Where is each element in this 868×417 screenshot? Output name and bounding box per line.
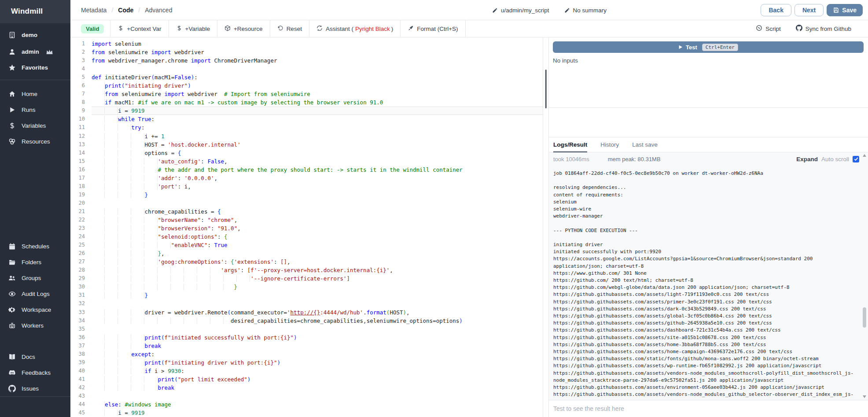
log-line: resolving dependencies...	[553, 184, 864, 191]
auto-scroll-checkbox[interactable]	[853, 156, 859, 162]
line-number: 18	[70, 182, 85, 191]
line-number: 36	[70, 333, 85, 342]
toolbar-link-label: Script	[765, 26, 781, 32]
line-number: 24	[70, 232, 85, 241]
line-number: 31	[70, 291, 85, 299]
sidebar-item-workers[interactable]: Workers	[0, 317, 70, 333]
windmill-logo[interactable]: Windmill	[0, 0, 70, 23]
code-line: 32	[70, 299, 543, 308]
expand-link[interactable]: Expand	[796, 156, 818, 162]
code-line: 19 }	[70, 191, 543, 199]
pencil-icon	[492, 7, 498, 13]
scrollbar-thumb[interactable]	[863, 307, 866, 328]
resource-button[interactable]: +Resource	[217, 20, 270, 37]
sidebar-item-favorites[interactable]: Favorites	[0, 61, 70, 74]
code-line-content	[92, 325, 543, 333]
code-line: 5def initiateDriver(macM1=False):	[70, 73, 543, 81]
tab-last-save[interactable]: Last save	[632, 137, 658, 152]
line-number: 29	[70, 274, 85, 283]
code-line: 24 "selenoid:options": {	[70, 232, 543, 241]
log-line: application/json; charset=utf-8	[553, 263, 864, 270]
save-button[interactable]: Save	[827, 4, 863, 16]
test-button[interactable]: Test Ctrl+Enter	[553, 41, 864, 53]
log-line: https://github.githubassets.com/assets/g…	[553, 313, 864, 320]
log-line: selenium	[553, 199, 864, 206]
line-number: 9	[70, 107, 85, 115]
line-number: 43	[70, 392, 85, 400]
sidebar-item-workspace[interactable]: Workspace	[0, 302, 70, 317]
workspace-selector[interactable]: demo	[0, 29, 70, 41]
code-line: 29 '--ignore-certificate-errors']	[70, 274, 543, 283]
toolbar-link-label: Sync from Github	[805, 26, 851, 32]
code-line-content	[92, 65, 543, 73]
line-number: 32	[70, 299, 85, 308]
line-number: 39	[70, 358, 85, 367]
preview-panel: Test Ctrl+Enter No inputs Logs/ResultHis…	[549, 37, 868, 417]
summary-edit[interactable]: No summary	[564, 7, 607, 14]
tab-advanced[interactable]: Advanced	[145, 7, 172, 14]
dollar-icon	[118, 25, 124, 33]
sidebar-item-groups[interactable]: Groups	[0, 270, 70, 286]
code-line-content: break	[92, 384, 543, 392]
back-button[interactable]: Back	[761, 4, 791, 16]
logs-scrollbar	[862, 153, 867, 399]
code-line-content: 'args': [f'--proxy-server=host.docker.in…	[92, 266, 543, 274]
sidebar-item-home[interactable]: Home	[0, 86, 70, 102]
logs-scroll-area[interactable]: took 10046ms mem peak: 80.31MB Expand Au…	[549, 152, 868, 400]
sidebar-item-label: Audit Logs	[22, 291, 50, 297]
toolbar-actions: +Context Var+Variable+ResourceResetAssis…	[110, 20, 465, 37]
panel-splitter[interactable]	[543, 37, 549, 417]
format-ctrl-s-button[interactable]: Format (Ctrl+S)	[400, 20, 465, 37]
sidebar-item-runs[interactable]: Runs	[0, 102, 70, 118]
book-icon	[8, 353, 16, 361]
user-menu[interactable]: admin	[0, 46, 70, 58]
code-line-content: desired_capabilities=chrome_capabilities…	[92, 317, 543, 325]
script-meta: u/admin/my_script No summary	[492, 0, 607, 20]
script-path-edit[interactable]: u/admin/my_script	[492, 7, 549, 14]
line-number: 12	[70, 132, 85, 140]
script-button[interactable]: Script	[756, 25, 781, 33]
line-number: 15	[70, 157, 85, 166]
code-line-content: import selenium	[92, 40, 543, 48]
variable-button[interactable]: +Variable	[169, 20, 217, 37]
sidebar-item-feedbacks[interactable]: Feedbacks	[0, 365, 70, 380]
log-line: https://github.githubassets.com/assets/s…	[553, 334, 864, 341]
sidebar-item-label: Docs	[22, 354, 35, 360]
sync-from-github-button[interactable]: Sync from Github	[796, 25, 851, 33]
sidebar-item-variables[interactable]: Variables	[0, 118, 70, 133]
sidebar-item-label: Feedbacks	[22, 369, 51, 376]
code-line: 22 "browserName": "chrome",	[70, 216, 543, 224]
play-icon	[678, 45, 683, 49]
sidebar-item-schedules[interactable]: Schedules	[0, 238, 70, 254]
next-button[interactable]: Next	[794, 4, 824, 16]
code-line-content: except:	[92, 350, 543, 358]
sidebar-item-label: Home	[22, 91, 37, 97]
code-line-content: if i > 9930:	[92, 367, 543, 375]
tab-metadata[interactable]: Metadata	[81, 7, 107, 14]
code-line-content: "browserName": "chrome",	[92, 216, 543, 224]
context-var-button[interactable]: +Context Var	[110, 20, 168, 37]
user-icon	[8, 48, 16, 56]
scroll-down-arrow-icon[interactable]	[863, 395, 866, 398]
sidebar-item-issues[interactable]: Issues	[0, 380, 70, 396]
sidebar-item-label: Resources	[22, 138, 50, 145]
tab-history[interactable]: History	[600, 137, 619, 152]
log-line: content of requirements:	[553, 192, 864, 199]
app-title: Windmill	[11, 7, 43, 16]
assistant-button[interactable]: Assistant (Pyright Black)	[309, 20, 400, 37]
sidebar-item-label: Workspace	[22, 306, 51, 313]
line-number: 45	[70, 409, 85, 417]
tab-logs-result[interactable]: Logs/Result	[553, 137, 587, 152]
reset-button[interactable]: Reset	[270, 20, 309, 37]
sidebar-item-audit-logs[interactable]: Audit Logs	[0, 286, 70, 302]
code-editor[interactable]: 1import selenium2from seleniumwire impor…	[70, 37, 543, 417]
sidebar-item-docs[interactable]: Docs	[0, 349, 70, 365]
sidebar-item-resources[interactable]: Resources	[0, 133, 70, 149]
code-line-content: break	[92, 342, 543, 350]
code-line-content: print(f"initiated successfully with port…	[92, 333, 543, 342]
line-number: 22	[70, 216, 85, 224]
sidebar-item-folders[interactable]: Folders	[0, 254, 70, 270]
collapse-sidebar-button[interactable]	[0, 400, 70, 417]
scroll-up-arrow-icon[interactable]	[863, 154, 866, 157]
tab-code[interactable]: Code	[118, 7, 133, 14]
